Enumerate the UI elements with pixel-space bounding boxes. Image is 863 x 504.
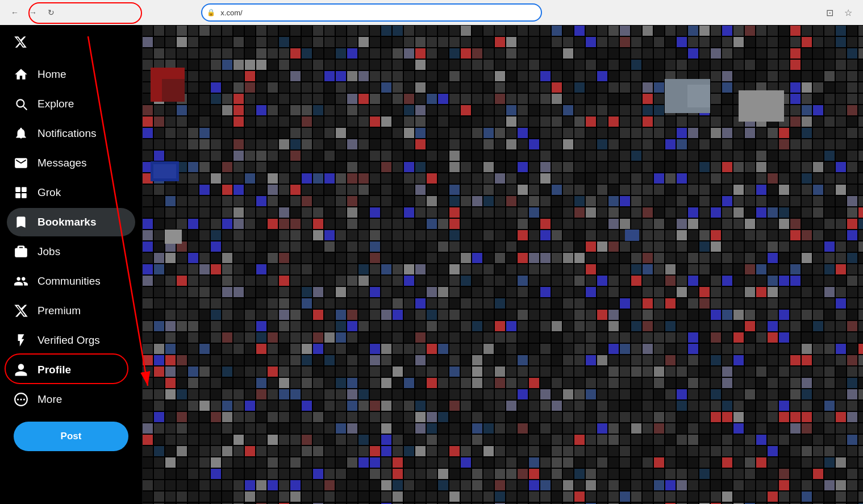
sidebar-logo[interactable] xyxy=(7,30,135,57)
sidebar-item-communities[interactable]: Communities xyxy=(7,267,135,295)
sidebar-item-jobs[interactable]: Jobs xyxy=(7,238,135,266)
address-bar-container: 🔒 xyxy=(201,3,542,22)
sidebar-item-grok[interactable]: Grok xyxy=(7,178,135,207)
briefcase-icon xyxy=(14,244,28,259)
sidebar-item-bookmarks[interactable]: Bookmarks xyxy=(7,208,135,236)
main-content xyxy=(142,25,863,504)
address-bar[interactable] xyxy=(201,3,542,22)
profile-label: Profile xyxy=(37,364,71,376)
dots-circle-icon xyxy=(14,392,28,407)
jobs-label: Jobs xyxy=(37,245,60,258)
search-icon xyxy=(14,97,28,111)
notifications-label: Notifications xyxy=(37,127,97,140)
sidebar: Home Explore Notifications xyxy=(0,25,142,504)
svg-point-9 xyxy=(23,398,25,400)
page-layout: Home Explore Notifications xyxy=(0,25,863,504)
sidebar-item-messages[interactable]: Messages xyxy=(7,149,135,177)
forward-button[interactable]: → xyxy=(25,5,41,20)
svg-point-7 xyxy=(17,398,19,400)
sidebar-item-premium[interactable]: Premium xyxy=(7,297,135,325)
sidebar-item-profile[interactable]: Profile xyxy=(7,356,135,384)
home-label: Home xyxy=(37,68,66,81)
post-button[interactable]: Post xyxy=(14,422,128,451)
browser-chrome: ← → ↻ 🔒 ⊡ ☆ xyxy=(0,0,863,25)
messages-label: Messages xyxy=(37,157,87,169)
sidebar-item-explore[interactable]: Explore xyxy=(7,90,135,118)
refresh-button[interactable]: ↻ xyxy=(43,5,59,20)
grok-icon xyxy=(14,185,28,200)
svg-rect-4 xyxy=(15,193,20,198)
bell-icon xyxy=(14,126,28,141)
communities-label: Communities xyxy=(37,275,101,288)
browser-nav-buttons: ← → ↻ xyxy=(7,5,59,20)
sidebar-item-home[interactable]: Home xyxy=(7,60,135,89)
browser-actions: ⊡ ☆ xyxy=(822,5,856,20)
content-canvas xyxy=(142,25,863,504)
communities-icon xyxy=(14,274,28,289)
bookmark-icon xyxy=(14,215,28,230)
svg-rect-3 xyxy=(22,187,27,192)
cast-button[interactable]: ⊡ xyxy=(822,5,838,20)
bookmarks-label: Bookmarks xyxy=(37,216,97,228)
sidebar-item-notifications[interactable]: Notifications xyxy=(7,119,135,148)
verified-orgs-label: Verified Orgs xyxy=(37,334,100,347)
explore-label: Explore xyxy=(37,98,74,110)
envelope-icon xyxy=(14,156,28,170)
more-label: More xyxy=(37,393,62,406)
bookmark-star-button[interactable]: ☆ xyxy=(840,5,856,20)
grok-label: Grok xyxy=(37,186,61,199)
svg-rect-5 xyxy=(22,193,27,198)
x-premium-icon xyxy=(14,303,28,318)
premium-label: Premium xyxy=(37,305,81,317)
home-icon xyxy=(14,67,28,82)
sidebar-item-verified-orgs[interactable]: Verified Orgs xyxy=(7,326,135,355)
person-icon xyxy=(14,363,28,377)
svg-rect-2 xyxy=(15,187,20,192)
bolt-icon xyxy=(14,333,28,348)
sidebar-item-more[interactable]: More xyxy=(7,385,135,414)
site-icon: 🔒 xyxy=(207,9,215,16)
back-button[interactable]: ← xyxy=(7,5,23,20)
svg-point-8 xyxy=(20,398,22,400)
